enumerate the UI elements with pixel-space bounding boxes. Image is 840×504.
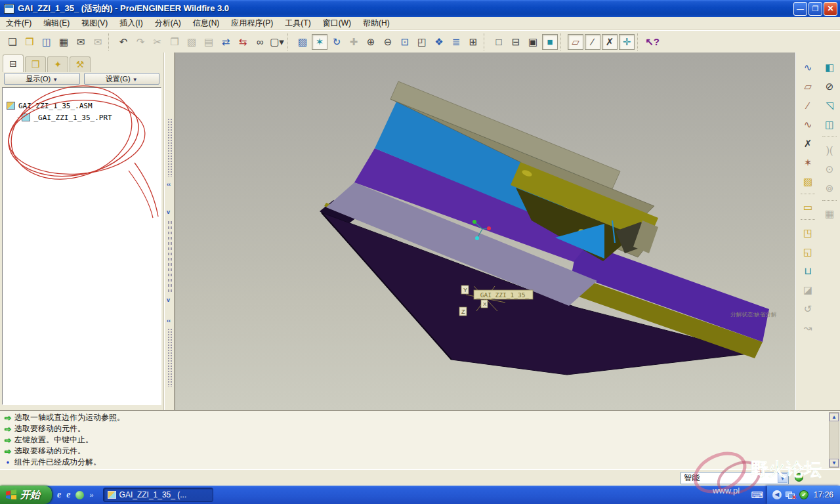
feature-tool-disabled-button[interactable]: ◪	[799, 282, 816, 297]
create-component-button[interactable]: ◱	[799, 243, 816, 259]
menu-analysis[interactable]: 分析(A)	[149, 16, 187, 30]
no-hidden-button[interactable]: ▣	[525, 34, 541, 50]
menu-edit[interactable]: 编辑(E)	[37, 16, 75, 30]
spin-center-button[interactable]: ✶	[312, 34, 327, 50]
green-app-icon[interactable]	[75, 491, 84, 499]
start-button[interactable]: 开始	[0, 486, 52, 504]
undo-button[interactable]: ↶	[116, 34, 131, 50]
taskbar-app-button[interactable]: GAI_ZZI_1_35_ (...	[103, 488, 213, 502]
network-disconnected-icon[interactable]: ✕	[786, 491, 795, 499]
mirror-tool-button[interactable]: ⊘	[821, 78, 838, 94]
selection-filter[interactable]: 智能 ▾	[681, 472, 789, 484]
hole-tool-disabled-button[interactable]: ⊙	[821, 161, 838, 177]
shaded-button[interactable]: ■	[542, 34, 558, 50]
assemble-component-button[interactable]: ◳	[799, 224, 816, 240]
menu-applications[interactable]: 应用程序(P)	[225, 16, 279, 30]
repaint-button[interactable]: ▨	[295, 34, 310, 50]
quick-launch-more-icon[interactable]: »	[89, 491, 93, 499]
collapse-left-icon[interactable]: ‹‹	[167, 318, 171, 324]
sketched-point-tool-button[interactable]: ▨	[799, 173, 816, 189]
saved-views-button[interactable]: ❖	[431, 34, 447, 50]
hidden-line-button[interactable]: ⊟	[508, 34, 524, 50]
new-file-button[interactable]: ❏	[5, 34, 20, 50]
find-button[interactable]: ∞	[252, 34, 268, 50]
scroll-up-icon[interactable]: ▲	[830, 413, 839, 421]
chamfer-tool-disabled-button[interactable]: ↝	[799, 320, 816, 335]
sash-grip[interactable]	[167, 328, 172, 387]
boundary-blend-tool-button[interactable]: ◫	[821, 116, 838, 132]
orient-mode-button[interactable]: ↻	[329, 34, 345, 50]
email-link-button[interactable]: ✉	[90, 34, 106, 50]
regeneration-status-icon[interactable]	[795, 473, 803, 482]
show-dropdown-button[interactable]: 显示(O) ▼	[4, 73, 80, 85]
chevron-down-icon[interactable]: v	[167, 209, 170, 215]
pan-button[interactable]: ✚	[346, 34, 362, 50]
close-button[interactable]: ✕	[824, 2, 837, 16]
zoom-out-button[interactable]: ⊖	[380, 34, 396, 50]
restore-button[interactable]: ❐	[808, 2, 822, 16]
sketch-tool-button[interactable]: ∿	[799, 59, 816, 75]
context-help-button[interactable]: ↖?	[644, 34, 660, 50]
extrude-tool-button[interactable]: ◧	[821, 59, 838, 75]
select-marquee-button[interactable]: ▢▾	[269, 34, 285, 50]
custom-regenerate-button[interactable]: ⇆	[235, 34, 251, 50]
datum-axis-tool-button[interactable]: ⁄	[799, 97, 816, 113]
regenerate-button[interactable]: ⇄	[218, 34, 234, 50]
navigator-sash[interactable]: ‹‹ v v ‹‹	[164, 52, 175, 410]
tree-item-assembly[interactable]: GAI_ZZI_1_35_.ASM	[3, 100, 161, 112]
hide-icons-chevron[interactable]: ◀	[772, 490, 782, 499]
scroll-down-icon[interactable]: ▼	[830, 459, 839, 467]
menu-tools[interactable]: 工具(T)	[279, 16, 316, 30]
datum-csys-toggle[interactable]: ✛	[619, 34, 635, 50]
browser-icon[interactable]: e	[66, 490, 70, 500]
open-file-button[interactable]: ❒	[22, 34, 37, 50]
zoom-in-button[interactable]: ⊕	[363, 34, 379, 50]
datum-curve-tool-button[interactable]: ∿	[799, 116, 816, 132]
wireframe-button[interactable]: □	[491, 34, 507, 50]
pattern-tool-disabled-button[interactable]: ▦	[821, 205, 838, 221]
datum-point-tool-button[interactable]: ✗	[799, 135, 816, 151]
fillet-tool-disabled-button[interactable]: )(	[821, 142, 838, 158]
tools-tab[interactable]: ⚒	[70, 56, 91, 72]
message-scrollbar[interactable]: ▲ ▼	[829, 412, 839, 468]
chevron-down-icon[interactable]: v	[167, 297, 170, 303]
menu-window[interactable]: 窗口(W)	[317, 16, 357, 30]
send-email-button[interactable]: ✉	[73, 34, 89, 50]
shell-tool-disabled-button[interactable]: ⊚	[821, 180, 838, 196]
surface-tool-button[interactable]: ◹	[821, 97, 838, 113]
cut-slot-tool-button[interactable]: ⊔	[799, 262, 816, 278]
redo-button[interactable]: ↷	[133, 34, 148, 50]
menu-file[interactable]: 文件(F)	[0, 16, 37, 30]
save-file-button[interactable]: ◫	[39, 34, 54, 50]
tray-clock[interactable]: 17:26	[814, 490, 833, 499]
settings-dropdown-button[interactable]: 设置(G) ▼	[84, 73, 160, 85]
datum-axes-toggle[interactable]: ∕	[585, 34, 600, 50]
coordinate-system-tool-button[interactable]: ✶	[799, 154, 816, 170]
datum-planes-toggle[interactable]: ▱	[568, 34, 583, 50]
datum-plane-tool-button[interactable]: ▱	[799, 78, 816, 94]
cut-button[interactable]: ✂	[150, 34, 165, 50]
print-button[interactable]: ▦	[56, 34, 72, 50]
minimize-button[interactable]: —	[793, 2, 807, 16]
zoom-window-button[interactable]: ⊡	[397, 34, 413, 50]
paste-button[interactable]: ▧	[184, 34, 200, 50]
round-tool-disabled-button[interactable]: ↺	[799, 301, 816, 316]
datum-points-toggle[interactable]: ✗	[602, 34, 618, 50]
menu-info[interactable]: 信息(N)	[187, 16, 226, 30]
tree-item-part[interactable]: ┄ _GAI_ZZI_1_35_.PRT	[3, 112, 161, 123]
security-shield-icon[interactable]: ✔	[799, 490, 808, 499]
menu-insert[interactable]: 插入(I)	[114, 16, 148, 30]
collapse-left-icon[interactable]: ‹‹	[167, 181, 171, 188]
layers-button[interactable]: ≣	[448, 34, 464, 50]
title-bar[interactable]: GAI_ZZI_1_35_ (活动的) - Pro/ENGINEER Wildf…	[0, 0, 840, 17]
view-manager-button[interactable]: ⊞	[465, 34, 481, 50]
copy-button[interactable]: ❐	[167, 34, 182, 50]
chevron-down-icon[interactable]: ▾	[778, 473, 788, 483]
graphics-viewport[interactable]: Y Z X _GAI_ZZI_1_35_ 分解状态:缺省分解	[175, 52, 795, 410]
keyboard-tray-icon[interactable]: ⌨	[751, 490, 763, 500]
ie-icon[interactable]: e	[57, 490, 61, 500]
model-tree-tab[interactable]: ⊟	[3, 54, 24, 72]
paste-special-button[interactable]: ▤	[201, 34, 217, 50]
folder-browser-tab[interactable]: ❒	[25, 56, 46, 72]
favorites-tab[interactable]: ✦	[47, 56, 68, 72]
